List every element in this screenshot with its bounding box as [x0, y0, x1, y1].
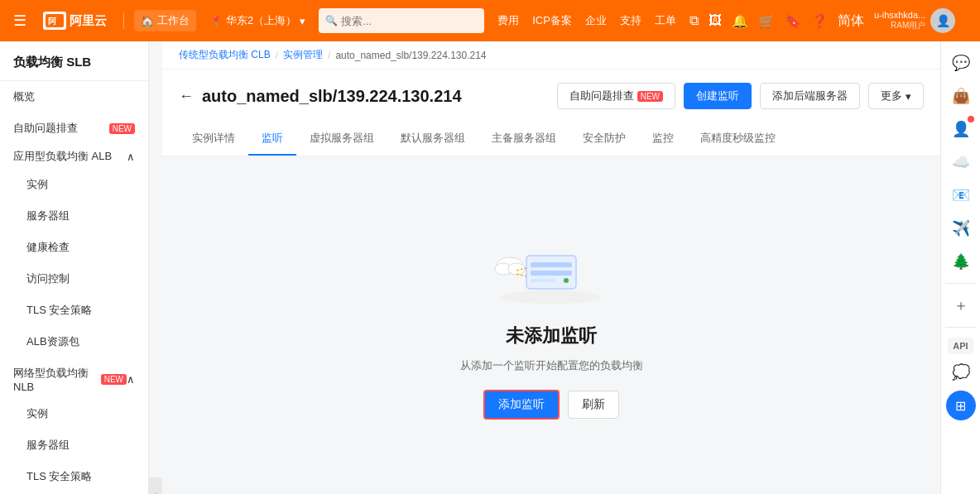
diagnose-badge: NEW [109, 123, 135, 134]
search-input[interactable] [341, 15, 478, 27]
rs-divider-1 [945, 283, 977, 284]
right-panel: 传统型负载均衡 CLB / 实例管理 / auto_named_slb/139.… [162, 41, 940, 494]
sidebar-item-alb-resource[interactable]: ALB资源包 [13, 326, 148, 357]
sidebar-item-diagnose[interactable]: 自助问题排查 NEW [0, 113, 148, 141]
region-selector[interactable]: 📍 华东2（上海） ▾ [203, 10, 312, 31]
create-listener-button[interactable]: 创建监听 [684, 83, 752, 109]
workspace-icon: 🏠 [141, 15, 154, 27]
nav-link-ticket[interactable]: 工单 [655, 13, 676, 28]
sidebar-item-alb-access[interactable]: 访问控制 [13, 263, 148, 295]
refresh-button[interactable]: 刷新 [568, 391, 619, 419]
page-header: ← auto_named_slb/139.224.130.214 自助问题排查 … [162, 70, 940, 156]
hamburger-menu[interactable]: ☰ [10, 8, 30, 33]
workspace-button[interactable]: 🏠 工作台 [134, 10, 196, 31]
create-listener-label: 创建监听 [696, 89, 739, 103]
sidebar-item-alb-tls[interactable]: TLS 安全策略 [13, 295, 148, 326]
header-actions: 自助问题排查 NEW 创建监听 添加后端服务器 更多 ▾ [557, 83, 924, 109]
bell-icon[interactable]: 🔔 [732, 13, 748, 29]
question-icon[interactable]: ❓ [811, 13, 828, 29]
rs-bag-icon[interactable]: 👜 [946, 81, 976, 111]
sidebar-item-alb-server-group[interactable]: 服务器组 [13, 200, 148, 232]
rs-cloud-icon[interactable]: ☁️ [946, 147, 976, 177]
svg-point-2 [502, 290, 601, 304]
sidebar-item-alb-health[interactable]: 健康检查 [13, 232, 148, 263]
api-button[interactable]: API [948, 338, 973, 354]
empty-description: 从添加一个监听开始配置您的负载均衡 [460, 358, 643, 373]
nav-link-fee[interactable]: 费用 [497, 13, 519, 28]
workspace-label: 工作台 [157, 13, 190, 28]
rs-outlook-icon[interactable]: 📧 [946, 180, 976, 210]
empty-illustration [485, 231, 617, 314]
user-role: RAM用户 [874, 20, 925, 31]
svg-line-12 [516, 274, 526, 276]
tab-listener[interactable]: 监听 [248, 122, 296, 156]
image-icon[interactable]: 🖼 [709, 13, 722, 28]
nlb-sub-items: 实例 服务器组 TLS 安全策略 [0, 398, 148, 492]
add-listener-button[interactable]: 添加监听 [483, 390, 560, 420]
nlb-badge: NEW [101, 374, 127, 385]
diagnose-button[interactable]: 自助问题排查 NEW [557, 83, 675, 109]
page-title: auto_named_slb/139.224.130.214 [202, 87, 462, 106]
back-button[interactable]: ← [179, 88, 194, 105]
tab-precision-monitor[interactable]: 高精度秒级监控 [687, 122, 789, 156]
tab-security[interactable]: 安全防护 [569, 122, 639, 156]
more-label: 更多 [881, 89, 902, 103]
nav-links: 费用 ICP备案 企业 支持 工单 [497, 13, 676, 28]
nav-link-enterprise[interactable]: 企业 [585, 13, 607, 28]
rs-plus-icon[interactable]: ＋ [946, 290, 976, 320]
rs-chat2-icon[interactable]: 💭 [946, 357, 976, 387]
rs-telegram-icon[interactable]: ✈️ [946, 213, 976, 243]
empty-actions: 添加监听 刷新 [483, 390, 619, 420]
left-sidebar: 负载均衡 SLB 概览 自助问题排查 NEW 应用型负载均衡 ALB ∧ 实例 … [0, 41, 149, 494]
tab-default-server-group[interactable]: 默认服务器组 [387, 122, 478, 156]
more-chevron-icon: ▾ [906, 90, 911, 103]
rs-grid-icon[interactable]: ⊞ [946, 391, 976, 420]
settings-icon[interactable]: 简体 [838, 12, 864, 30]
sidebar-item-alb-instance[interactable]: 实例 [13, 169, 148, 200]
search-box[interactable]: 🔍 [319, 8, 484, 33]
logo-icon: 阿 [43, 12, 66, 30]
breadcrumb-sep-2: / [328, 50, 330, 61]
sidebar-item-nlb-server-group[interactable]: 服务器组 [13, 429, 148, 461]
cart-icon[interactable]: 🛒 [758, 13, 775, 29]
region-label: 华东2（上海） [226, 13, 296, 28]
sidebar-section-nlb[interactable]: 网络型负载均衡 NLB NEW ∧ [0, 357, 148, 398]
nlb-label: 网络型负载均衡 NLB [13, 366, 94, 393]
top-navigation: ☰ 阿 阿里云 🏠 工作台 📍 华东2（上海） ▾ 🔍 费用 ICP备案 企业 … [0, 0, 980, 41]
region-chevron-icon: ▾ [300, 15, 305, 27]
breadcrumb-instance[interactable]: 实例管理 [283, 48, 323, 62]
tab-monitor[interactable]: 监控 [639, 122, 687, 156]
breadcrumb-current: auto_named_slb/139.224.130.214 [335, 50, 486, 61]
more-button[interactable]: 更多 ▾ [868, 83, 924, 109]
right-sidebar: 💬 👜 👤 ☁️ 📧 ✈️ 🌲 ＋ API 💭 ⊞ [940, 41, 980, 494]
diagnose-button-badge: NEW [637, 91, 663, 102]
rs-tree-icon[interactable]: 🌲 [946, 247, 976, 276]
bookmark-icon[interactable]: 🔖 [785, 13, 801, 29]
region-icon: 📍 [209, 15, 223, 27]
breadcrumb-clb[interactable]: 传统型负载均衡 CLB [179, 48, 271, 62]
avatar[interactable]: 👤 [930, 8, 955, 33]
tab-primary-backup[interactable]: 主备服务器组 [478, 122, 569, 156]
sidebar-item-overview[interactable]: 概览 [0, 81, 148, 113]
svg-rect-5 [531, 271, 572, 276]
nav-link-icp[interactable]: ICP备案 [532, 13, 572, 28]
sidebar-item-nlb-instance[interactable]: 实例 [13, 398, 148, 429]
content-area: 未添加监听 从添加一个监听开始配置您的负载均衡 添加监听 刷新 [162, 156, 940, 494]
tab-instance-detail[interactable]: 实例详情 [179, 122, 248, 156]
nav-link-support[interactable]: 支持 [620, 13, 641, 28]
rs-chat-icon[interactable]: 💬 [946, 48, 976, 78]
diagnose-button-label: 自助问题排查 [569, 89, 634, 103]
logo[interactable]: 阿 阿里云 [36, 12, 113, 30]
copy-icon[interactable]: ⧉ [689, 13, 699, 28]
tab-virtual-server-group[interactable]: 虚拟服务器组 [296, 122, 387, 156]
user-menu[interactable]: u-ihsxhkda... RAM用户 👤 [874, 8, 955, 33]
empty-title: 未添加监听 [506, 324, 597, 348]
sidebar-collapse-button[interactable]: ‹ [149, 477, 162, 494]
alb-collapse-icon: ∧ [127, 151, 135, 163]
rs-user-icon[interactable]: 👤 [946, 114, 976, 144]
svg-text:阿: 阿 [48, 17, 57, 26]
sidebar-item-nlb-tls[interactable]: TLS 安全策略 [13, 461, 148, 492]
add-backend-button[interactable]: 添加后端服务器 [760, 83, 860, 109]
sidebar-section-alb[interactable]: 应用型负载均衡 ALB ∧ [0, 141, 148, 169]
nlb-collapse-icon: ∧ [127, 373, 135, 386]
